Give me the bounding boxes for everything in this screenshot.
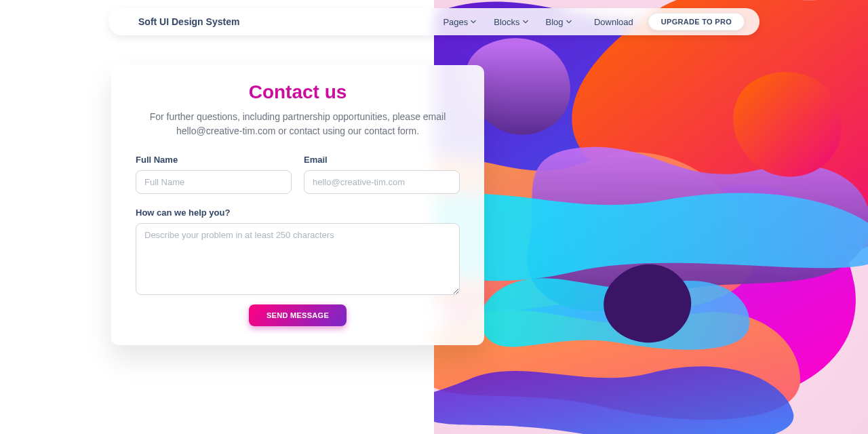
upgrade-button[interactable]: UPGRADE TO PRO bbox=[648, 13, 745, 31]
nav-blocks[interactable]: Blocks bbox=[494, 17, 528, 27]
email-label: Email bbox=[304, 155, 460, 165]
field-full-name: Full Name bbox=[136, 155, 292, 194]
card-lead: For further questions, including partner… bbox=[136, 110, 460, 138]
nav-blog[interactable]: Blog bbox=[546, 17, 572, 27]
chevron-down-icon bbox=[523, 19, 528, 24]
email-input[interactable] bbox=[304, 170, 460, 194]
message-textarea[interactable] bbox=[136, 223, 460, 295]
brand-title[interactable]: Soft UI Design System bbox=[138, 16, 239, 27]
nav-pages-label: Pages bbox=[443, 17, 468, 27]
nav-blocks-label: Blocks bbox=[494, 17, 519, 27]
nav-blog-label: Blog bbox=[546, 17, 564, 27]
nav-pages[interactable]: Pages bbox=[443, 17, 476, 27]
chevron-down-icon bbox=[471, 19, 476, 24]
card-title: Contact us bbox=[136, 81, 460, 103]
field-email: Email bbox=[304, 155, 460, 194]
contact-card: Contact us For further questions, includ… bbox=[111, 65, 484, 345]
nav-links: Pages Blocks Blog bbox=[443, 17, 571, 27]
send-message-button[interactable]: SEND MESSAGE bbox=[249, 304, 347, 326]
field-message: How can we help you? bbox=[136, 208, 460, 295]
navbar: Soft UI Design System Pages Blocks Blog … bbox=[108, 8, 760, 35]
message-label: How can we help you? bbox=[136, 208, 460, 218]
full-name-input[interactable] bbox=[136, 170, 292, 194]
full-name-label: Full Name bbox=[136, 155, 292, 165]
chevron-down-icon bbox=[566, 19, 572, 24]
download-link[interactable]: Download bbox=[594, 17, 633, 27]
hero-art bbox=[434, 0, 868, 434]
